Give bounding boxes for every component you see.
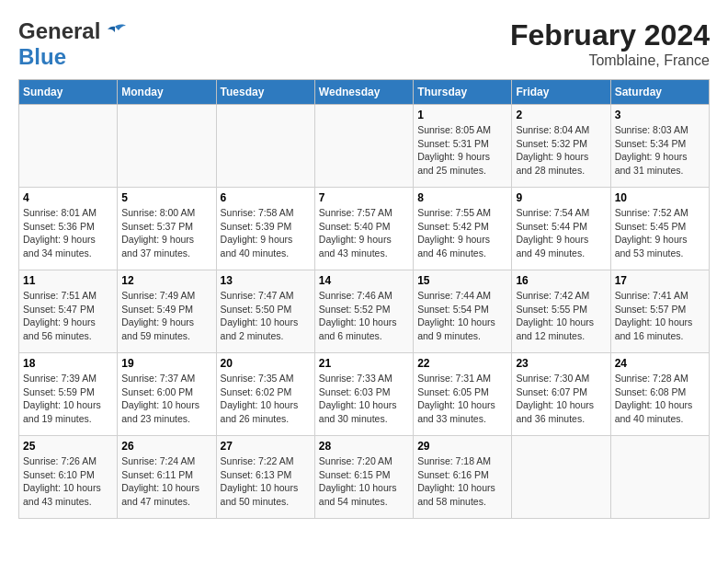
cell-content: Sunrise: 8:04 AM Sunset: 5:32 PM Dayligh… — [516, 123, 606, 178]
day-number: 4 — [23, 191, 113, 204]
cell-content: Sunrise: 7:51 AM Sunset: 5:47 PM Dayligh… — [23, 289, 113, 343]
calendar-subtitle: Tomblaine, France — [510, 52, 710, 69]
week-row-1: 1Sunrise: 8:05 AM Sunset: 5:31 PM Daylig… — [19, 105, 710, 188]
day-number: 28 — [319, 440, 409, 453]
column-header-tuesday: Tuesday — [216, 80, 314, 105]
day-number: 20 — [221, 357, 311, 370]
logo: General Blue — [18, 18, 128, 70]
cell-content: Sunrise: 7:47 AM Sunset: 5:50 PM Dayligh… — [221, 289, 311, 343]
day-number: 15 — [417, 274, 507, 287]
calendar-cell: 5Sunrise: 8:00 AM Sunset: 5:37 PM Daylig… — [118, 188, 216, 270]
cell-content: Sunrise: 7:37 AM Sunset: 6:00 PM Dayligh… — [121, 372, 211, 426]
calendar-cell: 2Sunrise: 8:04 AM Sunset: 5:32 PM Daylig… — [512, 105, 610, 188]
calendar-title: February 2024 — [510, 18, 710, 52]
day-number: 3 — [615, 109, 705, 121]
cell-content: Sunrise: 7:55 AM Sunset: 5:42 PM Dayligh… — [417, 206, 507, 260]
calendar-cell: 6Sunrise: 7:58 AM Sunset: 5:39 PM Daylig… — [216, 188, 314, 270]
cell-content: Sunrise: 7:39 AM Sunset: 5:59 PM Dayligh… — [23, 372, 113, 426]
calendar-cell: 11Sunrise: 7:51 AM Sunset: 5:47 PM Dayli… — [19, 270, 118, 353]
week-row-2: 4Sunrise: 8:01 AM Sunset: 5:36 PM Daylig… — [19, 188, 710, 270]
day-number: 22 — [417, 357, 507, 370]
calendar-cell: 16Sunrise: 7:42 AM Sunset: 5:55 PM Dayli… — [512, 270, 610, 353]
calendar-cell — [19, 105, 118, 188]
day-number: 29 — [417, 440, 507, 453]
calendar-cell: 25Sunrise: 7:26 AM Sunset: 6:10 PM Dayli… — [19, 436, 118, 519]
cell-content: Sunrise: 8:01 AM Sunset: 5:36 PM Dayligh… — [23, 206, 113, 260]
day-number: 16 — [516, 274, 606, 287]
cell-content: Sunrise: 7:18 AM Sunset: 6:16 PM Dayligh… — [417, 454, 507, 509]
day-number: 26 — [121, 440, 211, 453]
calendar-cell: 19Sunrise: 7:37 AM Sunset: 6:00 PM Dayli… — [118, 353, 216, 436]
calendar-cell: 15Sunrise: 7:44 AM Sunset: 5:54 PM Dayli… — [414, 270, 512, 353]
cell-content: Sunrise: 7:20 AM Sunset: 6:15 PM Dayligh… — [319, 454, 409, 509]
calendar-cell: 3Sunrise: 8:03 AM Sunset: 5:34 PM Daylig… — [610, 105, 709, 188]
day-number: 17 — [615, 274, 705, 287]
cell-content: Sunrise: 8:03 AM Sunset: 5:34 PM Dayligh… — [615, 123, 705, 178]
calendar-cell: 1Sunrise: 8:05 AM Sunset: 5:31 PM Daylig… — [414, 105, 512, 188]
column-header-row: SundayMondayTuesdayWednesdayThursdayFrid… — [19, 80, 710, 105]
calendar-cell: 7Sunrise: 7:57 AM Sunset: 5:40 PM Daylig… — [314, 188, 413, 270]
cell-content: Sunrise: 7:44 AM Sunset: 5:54 PM Dayligh… — [417, 289, 507, 343]
calendar-cell — [118, 105, 216, 188]
title-block: February 2024 Tomblaine, France — [510, 18, 710, 69]
day-number: 7 — [319, 191, 409, 204]
day-number: 24 — [615, 357, 705, 370]
day-number: 25 — [23, 440, 113, 453]
cell-content: Sunrise: 7:46 AM Sunset: 5:52 PM Dayligh… — [319, 289, 409, 343]
day-number: 10 — [615, 191, 705, 204]
calendar-cell: 23Sunrise: 7:30 AM Sunset: 6:07 PM Dayli… — [512, 353, 610, 436]
week-row-4: 18Sunrise: 7:39 AM Sunset: 5:59 PM Dayli… — [19, 353, 710, 436]
day-number: 13 — [221, 274, 311, 287]
cell-content: Sunrise: 7:54 AM Sunset: 5:44 PM Dayligh… — [516, 206, 606, 260]
day-number: 27 — [221, 440, 311, 453]
calendar-cell: 28Sunrise: 7:20 AM Sunset: 6:15 PM Dayli… — [314, 436, 413, 519]
calendar-cell: 20Sunrise: 7:35 AM Sunset: 6:02 PM Dayli… — [216, 353, 314, 436]
cell-content: Sunrise: 7:35 AM Sunset: 6:02 PM Dayligh… — [221, 372, 311, 426]
day-number: 11 — [23, 274, 113, 287]
week-row-5: 25Sunrise: 7:26 AM Sunset: 6:10 PM Dayli… — [19, 436, 710, 519]
calendar-cell: 18Sunrise: 7:39 AM Sunset: 5:59 PM Dayli… — [19, 353, 118, 436]
calendar-cell: 4Sunrise: 8:01 AM Sunset: 5:36 PM Daylig… — [19, 188, 118, 270]
cell-content: Sunrise: 7:31 AM Sunset: 6:05 PM Dayligh… — [417, 372, 507, 426]
calendar-cell: 14Sunrise: 7:46 AM Sunset: 5:52 PM Dayli… — [314, 270, 413, 353]
column-header-friday: Friday — [512, 80, 610, 105]
cell-content: Sunrise: 7:26 AM Sunset: 6:10 PM Dayligh… — [23, 454, 113, 509]
day-number: 14 — [319, 274, 409, 287]
column-header-sunday: Sunday — [19, 80, 118, 105]
day-number: 23 — [516, 357, 606, 370]
week-row-3: 11Sunrise: 7:51 AM Sunset: 5:47 PM Dayli… — [19, 270, 710, 353]
calendar-cell: 12Sunrise: 7:49 AM Sunset: 5:49 PM Dayli… — [118, 270, 216, 353]
column-header-wednesday: Wednesday — [314, 80, 413, 105]
day-number: 9 — [516, 191, 606, 204]
calendar-cell: 10Sunrise: 7:52 AM Sunset: 5:45 PM Dayli… — [610, 188, 709, 270]
day-number: 1 — [417, 109, 507, 121]
day-number: 2 — [516, 109, 606, 121]
cell-content: Sunrise: 7:24 AM Sunset: 6:11 PM Dayligh… — [121, 454, 211, 509]
cell-content: Sunrise: 7:49 AM Sunset: 5:49 PM Dayligh… — [121, 289, 211, 343]
cell-content: Sunrise: 7:57 AM Sunset: 5:40 PM Dayligh… — [319, 206, 409, 260]
cell-content: Sunrise: 7:58 AM Sunset: 5:39 PM Dayligh… — [221, 206, 311, 260]
day-number: 8 — [417, 191, 507, 204]
page-header: General Blue February 2024 Tomblaine, Fr… — [18, 18, 710, 70]
calendar-cell: 8Sunrise: 7:55 AM Sunset: 5:42 PM Daylig… — [414, 188, 512, 270]
column-header-thursday: Thursday — [414, 80, 512, 105]
calendar-cell: 27Sunrise: 7:22 AM Sunset: 6:13 PM Dayli… — [216, 436, 314, 519]
cell-content: Sunrise: 7:41 AM Sunset: 5:57 PM Dayligh… — [615, 289, 705, 343]
day-number: 19 — [121, 357, 211, 370]
cell-content: Sunrise: 7:22 AM Sunset: 6:13 PM Dayligh… — [221, 454, 311, 509]
calendar-cell: 13Sunrise: 7:47 AM Sunset: 5:50 PM Dayli… — [216, 270, 314, 353]
column-header-monday: Monday — [118, 80, 216, 105]
calendar-cell: 26Sunrise: 7:24 AM Sunset: 6:11 PM Dayli… — [118, 436, 216, 519]
logo-blue-text: Blue — [18, 44, 66, 69]
logo-text: General — [18, 18, 128, 44]
calendar-cell — [314, 105, 413, 188]
cell-content: Sunrise: 8:05 AM Sunset: 5:31 PM Dayligh… — [417, 123, 507, 178]
cell-content: Sunrise: 7:42 AM Sunset: 5:55 PM Dayligh… — [516, 289, 606, 343]
calendar-cell: 9Sunrise: 7:54 AM Sunset: 5:44 PM Daylig… — [512, 188, 610, 270]
cell-content: Sunrise: 7:33 AM Sunset: 6:03 PM Dayligh… — [319, 372, 409, 426]
day-number: 5 — [121, 191, 211, 204]
cell-content: Sunrise: 7:28 AM Sunset: 6:08 PM Dayligh… — [615, 372, 705, 426]
logo-bird-icon — [102, 23, 128, 43]
calendar-cell — [216, 105, 314, 188]
column-header-saturday: Saturday — [610, 80, 709, 105]
